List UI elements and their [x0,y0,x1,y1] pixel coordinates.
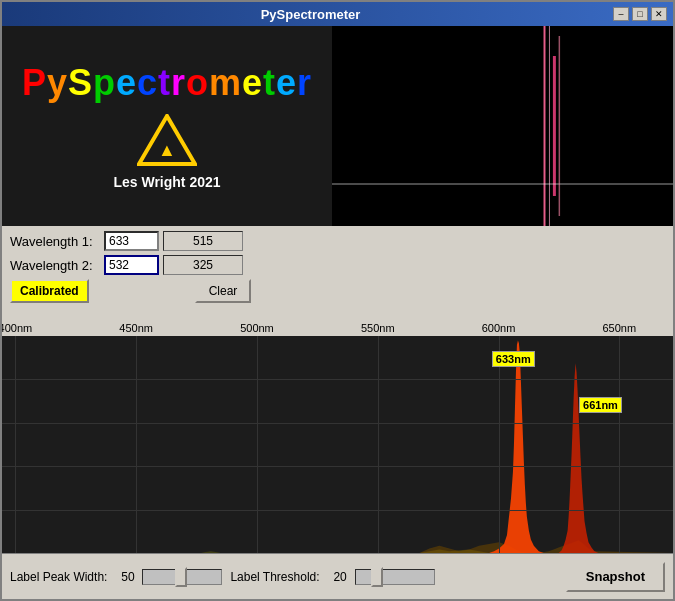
peak-label-661: 661nm [579,397,622,413]
axis-tick-450: 450nm [119,322,153,334]
bottom-bar: Label Peak Width: 50 Label Threshold: 20… [2,553,673,599]
grid-area: 633nm 661nm [2,336,673,553]
peak-width-thumb[interactable] [175,567,187,587]
wavelength2-pixel: 325 [163,255,243,275]
main-window: PySpectrometer – □ ✕ PySpectrometer ▲ Le… [0,0,675,601]
label-peak-width-label: Label Peak Width: [10,570,107,584]
peak-width-value: 50 [115,570,140,584]
axis-tick-650: 650nm [602,322,636,334]
window-controls: – □ ✕ [613,7,667,21]
axis-tick-500: 500nm [240,322,274,334]
axis-tick-600: 600nm [482,322,516,334]
top-section: PySpectrometer ▲ Les Wright 2021 [2,26,673,226]
logo-author: Les Wright 2021 [113,174,220,190]
controls-section: Wavelength 1: 515 Wavelength 2: 325 Cali… [2,226,673,308]
spectrum-svg [2,336,673,553]
logo-text: PySpectrometer [22,62,312,104]
camera-view [332,26,673,226]
axis-tick-400: 400nm [2,322,32,334]
logo-triangle-icon: ▲ [137,114,197,166]
threshold-thumb[interactable] [371,567,383,587]
window-title: PySpectrometer [8,7,613,22]
snapshot-button[interactable]: Snapshot [566,562,665,592]
svg-marker-9 [559,363,599,553]
button-row: Calibrated Clear [10,279,665,303]
svg-marker-8 [489,341,544,553]
wavelength2-label: Wavelength 2: [10,258,100,273]
peak-width-slider[interactable] [142,569,222,585]
threshold-value: 20 [328,570,353,584]
camera-panel [332,26,673,226]
peak-width-slider-container: 50 [115,569,222,585]
wavelength1-pixel: 515 [163,231,243,251]
clear-button[interactable]: Clear [195,279,252,303]
minimize-button[interactable]: – [613,7,629,21]
threshold-slider[interactable] [355,569,435,585]
wavelength-axis: 400nm 450nm 500nm 550nm 600nm 650nm [2,308,673,336]
peak-label-633: 633nm [492,351,535,367]
close-button[interactable]: ✕ [651,7,667,21]
wavelength1-row: Wavelength 1: 515 [10,231,665,251]
calibrated-button[interactable]: Calibrated [10,279,89,303]
svg-text:▲: ▲ [158,140,176,160]
wavelength1-input[interactable] [104,231,159,251]
wavelength2-input[interactable] [104,255,159,275]
spectrum-area: 400nm 450nm 500nm 550nm 600nm 650nm [2,308,673,553]
logo-panel: PySpectrometer ▲ Les Wright 2021 [2,26,332,226]
maximize-button[interactable]: □ [632,7,648,21]
wavelength2-row: Wavelength 2: 325 [10,255,665,275]
wavelength1-label: Wavelength 1: [10,234,100,249]
axis-tick-550: 550nm [361,322,395,334]
threshold-slider-container: 20 [328,569,435,585]
svg-marker-11 [201,551,221,553]
title-bar: PySpectrometer – □ ✕ [2,2,673,26]
label-threshold-label: Label Threshold: [230,570,319,584]
